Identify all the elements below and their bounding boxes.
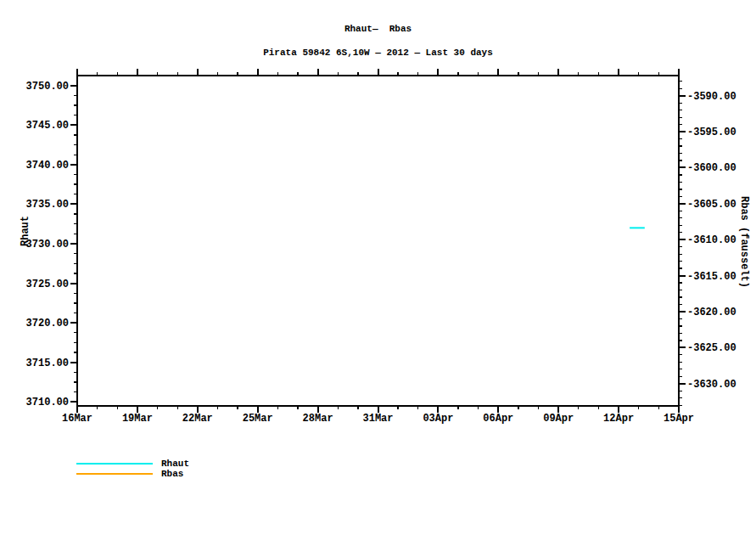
svg-text:-3625.00: -3625.00: [687, 342, 736, 354]
plot-area: 16Mar19Mar22Mar25Mar28Mar31Mar03Apr06Apr…: [0, 0, 756, 535]
svg-text:-3595.00: -3595.00: [687, 127, 736, 138]
svg-text:-3620.00: -3620.00: [687, 307, 736, 318]
x-axis-ticks: [77, 69, 679, 413]
left-axis-tick-labels: 3710.003715.003720.003725.003730.003735.…: [26, 81, 69, 409]
svg-text:03Apr: 03Apr: [423, 413, 453, 425]
svg-text:3745.00: 3745.00: [26, 120, 69, 132]
svg-text:-3600.00: -3600.00: [687, 162, 736, 174]
chart-page: Rhaut— Rbas Pirata 59842 6S,10W — 2012 —…: [0, 0, 756, 535]
legend-item-rbas: Rbas: [76, 469, 348, 479]
svg-text:-3610.00: -3610.00: [687, 234, 736, 246]
svg-text:3750.00: 3750.00: [26, 81, 69, 93]
svg-text:3710.00: 3710.00: [26, 397, 69, 408]
rhaut-line-swatch: [76, 463, 153, 465]
svg-text:09Apr: 09Apr: [543, 413, 574, 425]
svg-text:28Mar: 28Mar: [303, 413, 333, 425]
legend-label-rbas: Rbas: [161, 469, 183, 479]
rbas-line-swatch: [76, 473, 153, 475]
svg-text:3740.00: 3740.00: [26, 160, 69, 172]
svg-text:3735.00: 3735.00: [26, 199, 69, 211]
svg-text:3730.00: 3730.00: [26, 239, 69, 251]
left-axis-ticks: [70, 86, 77, 403]
right-axis-tick-labels: -3630.00-3625.00-3620.00-3615.00-3610.00…: [687, 91, 736, 391]
svg-text:3725.00: 3725.00: [26, 279, 69, 290]
svg-text:31Mar: 31Mar: [362, 413, 393, 425]
right-axis-ticks: [679, 82, 686, 405]
svg-text:-3605.00: -3605.00: [687, 199, 736, 211]
svg-text:15Apr: 15Apr: [664, 413, 694, 425]
x-axis-tick-labels: 16Mar19Mar22Mar25Mar28Mar31Mar03Apr06Apr…: [62, 413, 694, 425]
svg-text:06Apr: 06Apr: [483, 413, 513, 425]
svg-text:16Mar: 16Mar: [62, 413, 92, 425]
svg-text:-3590.00: -3590.00: [687, 91, 736, 103]
plot-frame: [77, 76, 679, 406]
legend-item-rhaut: Rhaut: [76, 459, 348, 469]
svg-text:22Mar: 22Mar: [182, 413, 213, 425]
svg-text:3720.00: 3720.00: [26, 318, 69, 329]
svg-text:12Apr: 12Apr: [603, 413, 634, 425]
svg-text:-3630.00: -3630.00: [687, 379, 736, 391]
svg-text:19Mar: 19Mar: [122, 413, 153, 425]
svg-text:-3615.00: -3615.00: [687, 271, 736, 283]
legend: Rhaut Rbas: [76, 459, 348, 479]
svg-text:3715.00: 3715.00: [26, 358, 69, 369]
svg-text:25Mar: 25Mar: [243, 413, 273, 425]
legend-label-rhaut: Rhaut: [161, 459, 189, 469]
